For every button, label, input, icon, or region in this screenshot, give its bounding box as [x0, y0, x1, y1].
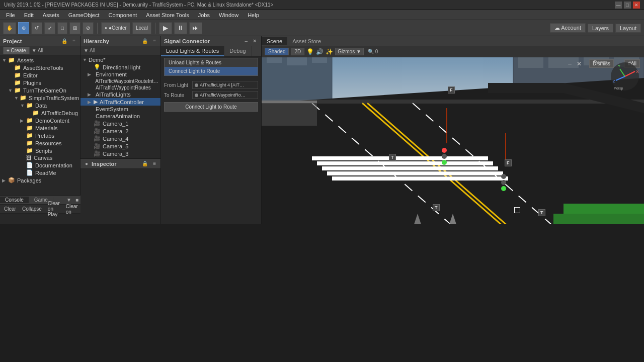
shaded-button[interactable]: Shaded	[265, 48, 289, 55]
close-button[interactable]: ✕	[633, 2, 640, 9]
tab-console[interactable]: Console	[0, 197, 29, 203]
titlebar-controls: — □ ✕	[615, 2, 640, 9]
scene-close-x[interactable]: ✕	[575, 59, 584, 68]
console-close-btn[interactable]: ▼	[64, 197, 73, 203]
menu-edit[interactable]: Edit	[20, 11, 38, 19]
minimize-button[interactable]: —	[615, 2, 622, 9]
hierarchy-menu[interactable]: ≡	[151, 38, 157, 44]
menu-window[interactable]: Window	[215, 11, 243, 19]
hier-traffic-controller[interactable]: ▶ ▶ AITrafficController	[80, 98, 160, 106]
step-button[interactable]: ⏭	[189, 22, 202, 34]
tab-debug[interactable]: Debug	[224, 46, 251, 56]
hier-demo[interactable]: ▼ Demo*	[80, 56, 160, 63]
pivot-button[interactable]: ● ●Center	[101, 22, 130, 34]
project-panel-menu[interactable]: ≡	[71, 38, 77, 44]
local-button[interactable]: Local	[132, 22, 151, 34]
create-button[interactable]: + Create	[3, 47, 30, 54]
tab-asset-store[interactable]: Asset Store	[287, 37, 326, 45]
tab-load-lights[interactable]: Load Lights & Routes	[161, 46, 224, 56]
hier-environment[interactable]: ▶ Environment	[80, 71, 160, 78]
hierarchy-filter[interactable]: ▼ All	[84, 48, 95, 53]
inspector-menu[interactable]: ≡	[151, 160, 157, 167]
tree-item-editor[interactable]: 📁 Editor	[0, 71, 80, 79]
hier-waypoint-intersec[interactable]: AITrafficWaypointRouteInt…	[80, 78, 160, 84]
project-panel-lock[interactable]: 🔒	[60, 38, 69, 44]
layers-button[interactable]: Layers	[588, 24, 613, 33]
inspector-lock[interactable]: 🔒	[140, 160, 149, 167]
light-toggle[interactable]: 💡	[306, 48, 314, 55]
tree-item-democontent[interactable]: ▶ 📁 DemoContent	[0, 117, 80, 124]
hier-camera3[interactable]: 🎥 Camera_3	[80, 150, 160, 157]
layout-button[interactable]: Layout	[615, 24, 641, 33]
tree-item-packages[interactable]: ▶ 📦 Packages	[0, 176, 80, 184]
account-button[interactable]: ☁ Account	[550, 23, 586, 33]
tool-custom[interactable]: ⊘	[83, 22, 94, 34]
light-icon: 💡	[94, 64, 101, 70]
tool-rotate[interactable]: ↺	[31, 22, 42, 34]
hier-directional[interactable]: 💡 Directional light	[80, 63, 160, 71]
pause-button[interactable]: ⏸	[174, 22, 187, 34]
tree-item-simpletraffic[interactable]: ▼ 📁 SimpleTrafficSystem	[0, 94, 80, 102]
play-button[interactable]: ▶	[159, 22, 172, 34]
clear-on-error-button[interactable]: Clear on	[64, 203, 80, 215]
clear-on-play-button[interactable]: Clear on Play	[46, 200, 62, 218]
2d-button[interactable]: 2D	[291, 48, 304, 55]
svg-rect-3	[267, 57, 282, 63]
tool-move[interactable]: ⊕	[18, 22, 29, 34]
tree-item-data[interactable]: ▼ 📁 Data	[0, 102, 80, 109]
console-lock-btn[interactable]: ■	[73, 197, 80, 203]
tool-rect[interactable]: □	[57, 22, 67, 34]
hier-camera4[interactable]: 🎥 Camera_4	[80, 135, 160, 142]
menu-file[interactable]: File	[2, 11, 19, 19]
tree-item-documentation[interactable]: 📄 Documentation	[0, 161, 80, 169]
hier-camera5[interactable]: 🎥 Camera_5	[80, 142, 160, 150]
tree-item-scripts[interactable]: 📁 Scripts	[0, 147, 80, 154]
filter-label[interactable]: ▼ All	[32, 48, 43, 53]
scene-minimize[interactable]: –	[566, 59, 574, 68]
menu-gameobject[interactable]: GameObject	[64, 11, 104, 19]
menu-assets[interactable]: Assets	[39, 11, 63, 19]
tree-item-aitrafficdebug[interactable]: 📁 AITrafficDebug	[0, 109, 80, 117]
hier-camera1[interactable]: 🎥 Camera_1	[80, 120, 160, 127]
menu-component[interactable]: Component	[104, 11, 141, 19]
tree-item-turngameon[interactable]: ▼ 📁 TurnTheGameOn	[0, 86, 80, 94]
inspector-circle[interactable]: ●	[84, 160, 90, 167]
tree-item-prefabs[interactable]: 📁 Prefabs	[0, 132, 80, 139]
clear-button[interactable]: Clear	[2, 206, 18, 212]
folder-icon: 📁	[14, 72, 21, 78]
collapse-button[interactable]: Collapse	[20, 206, 44, 212]
maximize-button[interactable]: □	[624, 2, 631, 9]
tree-item-resources[interactable]: 📁 Resources	[0, 139, 80, 147]
menu-asset-store-tools[interactable]: Asset Store Tools	[142, 11, 193, 19]
tree-item-readme[interactable]: 📄 ReadMe	[0, 169, 80, 176]
hier-traffic-lights[interactable]: ▶ AITrafficLights	[80, 91, 160, 98]
menu-help[interactable]: Help	[244, 11, 263, 19]
connect-light-route-btn[interactable]: Connect Light to Route	[164, 102, 258, 112]
tree-item-assetstoretools[interactable]: 📁 AssetStoreTools	[0, 64, 80, 71]
to-route-value[interactable]: AITrafficWaypointRo…	[192, 91, 258, 99]
from-light-value[interactable]: AITrafficLight 4 [AIT…	[192, 81, 258, 89]
tab-scene[interactable]: Scene	[262, 37, 287, 45]
gizmos-button[interactable]: Gizmos ▼	[335, 48, 364, 55]
camera-icon: 🎥	[94, 135, 101, 142]
tree-item-canvas[interactable]: 🖼 Canvas	[0, 154, 80, 161]
menu-jobs[interactable]: Jobs	[194, 11, 214, 19]
fx-toggle[interactable]: ✨	[326, 48, 333, 55]
tool-transform[interactable]: ⊞	[69, 22, 80, 34]
hier-camera2[interactable]: 🎥 Camera_2	[80, 127, 160, 135]
hier-cameraanimation[interactable]: CameraAnimation	[80, 113, 160, 120]
tree-item-materials[interactable]: 📁 Materials	[0, 124, 80, 132]
audio-toggle[interactable]: 🔊	[316, 48, 324, 55]
tool-hand[interactable]: ✋	[3, 22, 16, 34]
tree-item-plugins[interactable]: 📁 Plugins	[0, 79, 80, 86]
hier-waypoint-routes[interactable]: AITrafficWaypointRoutes	[80, 84, 160, 91]
hierarchy-lock[interactable]: 🔒	[140, 38, 149, 44]
signal-minimize[interactable]: –	[243, 38, 249, 44]
signal-close[interactable]: ✕	[251, 38, 258, 44]
connect-light-route-item[interactable]: Connect Light to Route	[165, 67, 258, 75]
unload-lights-item[interactable]: Unload Lights & Routes	[165, 58, 258, 67]
hier-eventsystem[interactable]: EventSystem	[80, 106, 160, 113]
tree-item-assets[interactable]: ▼ 📁 Assets	[0, 56, 80, 64]
scene-viewport[interactable]: F T F T T T T Dismiss #All	[262, 57, 644, 224]
tool-scale[interactable]: ⤢	[44, 22, 55, 34]
